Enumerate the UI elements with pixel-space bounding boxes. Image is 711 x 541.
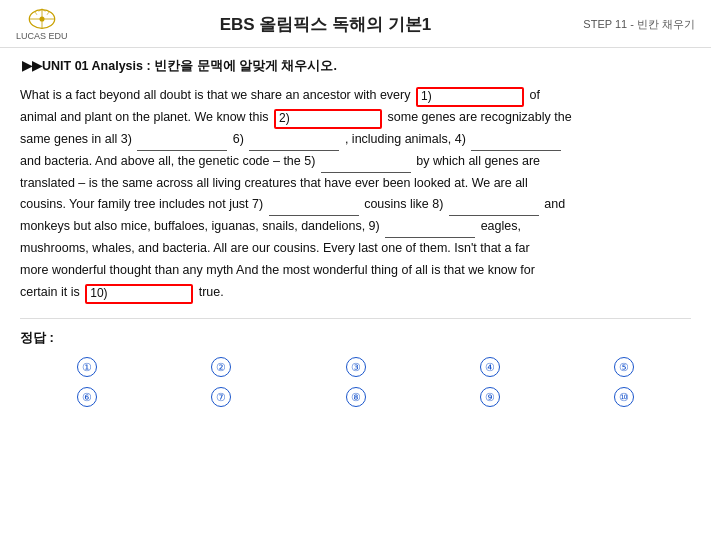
blank-7: [269, 200, 359, 216]
answer-row-1: ① ② ③ ④ ⑤: [20, 357, 691, 377]
passage-text: What is a fact beyond all doubt is that …: [20, 85, 691, 304]
answer-circle-10[interactable]: ⑩: [614, 387, 634, 407]
passage-text-10: translated – is the same across all livi…: [20, 176, 528, 190]
answer-label: 정답 :: [20, 329, 691, 347]
answer-circle-5[interactable]: ⑤: [614, 357, 634, 377]
header: LUCAS EDU EBS 올림픽스 독해의 기본1 STEP 11 - 빈칸 …: [0, 0, 711, 48]
answer-item-3[interactable]: ③: [288, 357, 422, 377]
logo: LUCAS EDU: [16, 8, 68, 41]
passage-text-9: by which all genes are: [416, 154, 540, 168]
svg-point-3: [39, 16, 44, 21]
main-content: ▶▶UNIT 01 Analysis : 빈칸을 문맥에 알맞게 채우시오. W…: [0, 48, 711, 427]
blank-2: 2): [274, 109, 382, 129]
passage-text-5: same genes in all 3): [20, 132, 135, 146]
logo-text: LUCAS EDU: [16, 31, 68, 41]
blank-6: [249, 135, 339, 151]
passage-text-13: and: [544, 197, 565, 211]
svg-line-7: [47, 12, 49, 15]
passage-text-11: cousins. Your family tree includes not j…: [20, 197, 267, 211]
page-title: EBS 올림픽스 독해의 기본1: [68, 13, 584, 36]
answer-item-5[interactable]: ⑤: [557, 357, 691, 377]
unit-title: ▶▶UNIT 01 Analysis : 빈칸을 문맥에 알맞게 채우시오.: [20, 58, 691, 75]
blank-1: 1): [416, 87, 524, 107]
blank-3: [137, 135, 227, 151]
passage-text-19: true.: [199, 285, 224, 299]
blank-4: [471, 135, 561, 151]
step-label: STEP 11 - 빈칸 채우기: [583, 17, 695, 32]
passage-text-2: of: [529, 88, 539, 102]
answer-circle-8[interactable]: ⑧: [346, 387, 366, 407]
blank-5: [321, 157, 411, 173]
separator: [20, 318, 691, 319]
answer-circle-1[interactable]: ①: [77, 357, 97, 377]
passage-text-6: 6): [233, 132, 248, 146]
blank-8: [449, 200, 539, 216]
answer-circle-9[interactable]: ⑨: [480, 387, 500, 407]
passage-text-15: eagles,: [481, 219, 521, 233]
passage-text-1: What is a fact beyond all doubt is that …: [20, 88, 414, 102]
logo-icon: [26, 8, 58, 30]
answer-circle-6[interactable]: ⑥: [77, 387, 97, 407]
answer-item-8[interactable]: ⑧: [288, 387, 422, 407]
answer-circle-2[interactable]: ②: [211, 357, 231, 377]
answer-row-2: ⑥ ⑦ ⑧ ⑨ ⑩: [20, 387, 691, 407]
passage-text-16: mushrooms, whales, and bacteria. All are…: [20, 241, 530, 255]
answer-circle-3[interactable]: ③: [346, 357, 366, 377]
svg-line-6: [35, 12, 37, 15]
answer-circle-4[interactable]: ④: [480, 357, 500, 377]
passage-text-14: monkeys but also mice, buffaloes, iguana…: [20, 219, 383, 233]
answer-item-4[interactable]: ④: [423, 357, 557, 377]
passage-text-4: some genes are recognizably the: [388, 110, 572, 124]
blank-9: [385, 222, 475, 238]
app-container: LUCAS EDU EBS 올림픽스 독해의 기본1 STEP 11 - 빈칸 …: [0, 0, 711, 427]
answer-item-1[interactable]: ①: [20, 357, 154, 377]
passage-text-18: certain it is: [20, 285, 83, 299]
answer-item-6[interactable]: ⑥: [20, 387, 154, 407]
answer-item-7[interactable]: ⑦: [154, 387, 288, 407]
answer-item-9[interactable]: ⑨: [423, 387, 557, 407]
passage-text-17: more wonderful thought than any myth And…: [20, 263, 535, 277]
answer-section: 정답 : ① ② ③ ④ ⑤: [20, 329, 691, 407]
passage-text-7: , including animals, 4): [345, 132, 469, 146]
blank-10: 10): [85, 284, 193, 304]
passage-text-8: and bacteria. And above all, the genetic…: [20, 154, 319, 168]
passage-text-3: animal and plant on the planet. We know …: [20, 110, 269, 124]
passage-text-12: cousins like 8): [364, 197, 447, 211]
answer-circle-7[interactable]: ⑦: [211, 387, 231, 407]
answer-item-10[interactable]: ⑩: [557, 387, 691, 407]
answer-item-2[interactable]: ②: [154, 357, 288, 377]
triangle-icon: ▶: [22, 59, 32, 73]
